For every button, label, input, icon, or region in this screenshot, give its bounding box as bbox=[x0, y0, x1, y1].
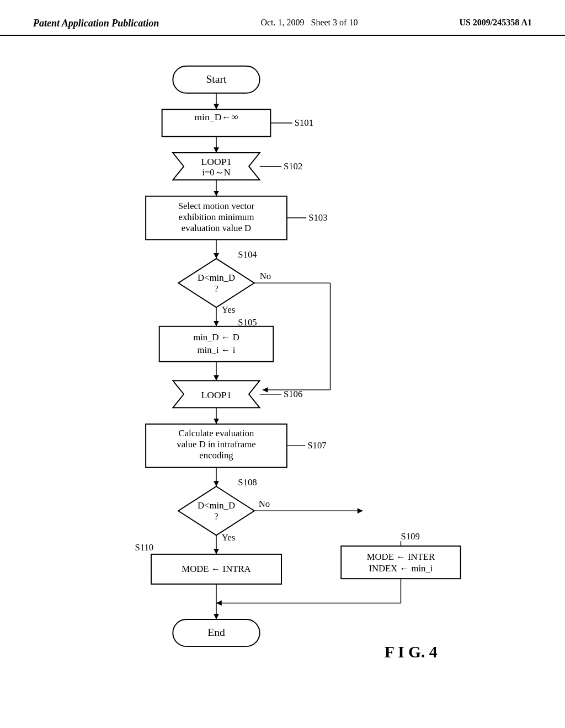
svg-text:i=0～N: i=0～N bbox=[202, 167, 231, 178]
svg-text:Yes: Yes bbox=[222, 304, 235, 315]
svg-rect-33 bbox=[159, 326, 274, 362]
svg-text:exhibition minimum: exhibition minimum bbox=[179, 212, 254, 222]
svg-text:S107: S107 bbox=[307, 440, 326, 451]
svg-text:S106: S106 bbox=[284, 389, 302, 399]
svg-marker-15 bbox=[214, 191, 219, 196]
publication-title: Patent Application Publication bbox=[33, 18, 159, 29]
svg-text:value D in intraframe: value D in intraframe bbox=[177, 439, 255, 449]
svg-text:evaluation value D: evaluation value D bbox=[182, 223, 251, 233]
svg-text:MODE ← INTRA: MODE ← INTRA bbox=[182, 564, 250, 574]
svg-text:S103: S103 bbox=[308, 212, 327, 223]
svg-text:F I G. 4: F I G. 4 bbox=[385, 643, 438, 661]
svg-marker-53 bbox=[214, 481, 219, 486]
svg-text:S104: S104 bbox=[238, 249, 257, 260]
svg-text:No: No bbox=[259, 499, 270, 509]
svg-text:D<min_D: D<min_D bbox=[198, 272, 235, 283]
svg-text:?: ? bbox=[214, 283, 218, 294]
svg-text:min_D←∞: min_D←∞ bbox=[194, 111, 238, 122]
svg-text:encoding: encoding bbox=[199, 450, 233, 461]
svg-marker-45 bbox=[214, 419, 219, 424]
svg-text:Start: Start bbox=[206, 73, 227, 85]
svg-text:S110: S110 bbox=[135, 542, 153, 553]
header-center: Oct. 1, 2009 Sheet 3 of 10 bbox=[260, 18, 358, 28]
svg-text:D<min_D: D<min_D bbox=[198, 500, 235, 511]
page-header: Patent Application Publication Oct. 1, 2… bbox=[0, 0, 565, 36]
svg-text:End: End bbox=[207, 626, 225, 638]
svg-text:INDEX ← min_i: INDEX ← min_i bbox=[369, 563, 433, 574]
svg-text:S102: S102 bbox=[284, 161, 302, 172]
svg-text:Select  motion vector: Select motion vector bbox=[178, 201, 255, 211]
svg-text:No: No bbox=[260, 271, 271, 281]
svg-text:S101: S101 bbox=[295, 117, 313, 128]
svg-text:LOOP1: LOOP1 bbox=[201, 389, 231, 400]
svg-marker-39 bbox=[263, 387, 268, 393]
svg-text:MODE ← INTER: MODE ← INTER bbox=[367, 552, 435, 562]
svg-text:S108: S108 bbox=[238, 477, 257, 488]
svg-marker-31 bbox=[214, 321, 219, 326]
svg-text:min_D ← D: min_D ← D bbox=[193, 332, 239, 342]
sheet-info: Sheet 3 of 10 bbox=[311, 18, 358, 27]
svg-text:?: ? bbox=[214, 511, 218, 522]
svg-text:min_i ← i: min_i ← i bbox=[198, 345, 236, 355]
flowchart-diagram: Start min_D←∞ S101 LOOP1 i=0～N S102 Sele… bbox=[0, 55, 565, 717]
svg-text:Yes: Yes bbox=[222, 532, 235, 543]
publication-date: Oct. 1, 2009 bbox=[260, 18, 304, 27]
svg-marker-76 bbox=[214, 614, 219, 619]
svg-text:S109: S109 bbox=[401, 531, 419, 542]
svg-marker-61 bbox=[214, 549, 219, 554]
svg-marker-73 bbox=[216, 601, 222, 606]
svg-marker-40 bbox=[214, 375, 219, 381]
svg-text:LOOP1: LOOP1 bbox=[201, 156, 231, 167]
svg-marker-3 bbox=[214, 104, 219, 110]
svg-marker-9 bbox=[214, 147, 219, 153]
svg-text:Calculate evaluation: Calculate evaluation bbox=[179, 428, 255, 438]
svg-marker-65 bbox=[358, 508, 363, 513]
patent-number: US 2009/245358 A1 bbox=[459, 18, 532, 28]
svg-marker-23 bbox=[214, 253, 219, 259]
